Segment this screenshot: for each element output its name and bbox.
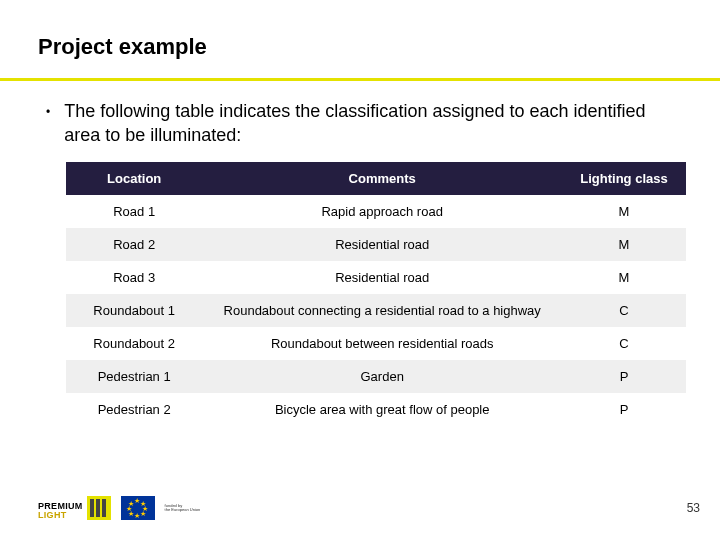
- bullet-dot: •: [46, 106, 50, 118]
- table-row: Road 1 Rapid approach road M: [66, 195, 686, 228]
- divider: [0, 78, 720, 81]
- cell-comments: Bicycle area with great flow of people: [202, 393, 562, 426]
- footer: PREMIUM LIGHT funded by the European Uni…: [38, 496, 700, 520]
- bullet-text: The following table indicates the classi…: [64, 99, 682, 148]
- cell-class: C: [562, 327, 686, 360]
- table-row: Pedestrian 2 Bicycle area with great flo…: [66, 393, 686, 426]
- cell-location: Roundabout 2: [66, 327, 202, 360]
- cell-class: C: [562, 294, 686, 327]
- logo-line2: LIGHT: [38, 511, 83, 520]
- cell-comments: Residential road: [202, 228, 562, 261]
- table-row: Pedestrian 1 Garden P: [66, 360, 686, 393]
- premium-light-logo-text: PREMIUM LIGHT: [38, 502, 83, 520]
- cell-comments: Roundabout between residential roads: [202, 327, 562, 360]
- cell-comments: Rapid approach road: [202, 195, 562, 228]
- eu-flag-icon: [121, 496, 155, 520]
- table-row: Road 2 Residential road M: [66, 228, 686, 261]
- cell-comments: Garden: [202, 360, 562, 393]
- logo-group: PREMIUM LIGHT funded by the European Uni…: [38, 496, 200, 520]
- page-title: Project example: [38, 34, 682, 60]
- cell-location: Pedestrian 2: [66, 393, 202, 426]
- cell-class: P: [562, 393, 686, 426]
- th-comments: Comments: [202, 162, 562, 195]
- funded-by-text: funded by the European Union: [165, 504, 201, 513]
- page-number: 53: [687, 501, 700, 515]
- th-location: Location: [66, 162, 202, 195]
- table-header-row: Location Comments Lighting class: [66, 162, 686, 195]
- cell-class: M: [562, 261, 686, 294]
- table-row: Roundabout 2 Roundabout between resident…: [66, 327, 686, 360]
- cell-class: M: [562, 195, 686, 228]
- cell-location: Road 3: [66, 261, 202, 294]
- table-row: Road 3 Residential road M: [66, 261, 686, 294]
- funded-line2: the European Union: [165, 508, 201, 512]
- cell-comments: Roundabout connecting a residential road…: [202, 294, 562, 327]
- cell-location: Pedestrian 1: [66, 360, 202, 393]
- cell-location: Road 1: [66, 195, 202, 228]
- table-row: Roundabout 1 Roundabout connecting a res…: [66, 294, 686, 327]
- th-class: Lighting class: [562, 162, 686, 195]
- cell-class: P: [562, 360, 686, 393]
- cell-class: M: [562, 228, 686, 261]
- slide: Project example • The following table in…: [0, 0, 720, 540]
- bullet-item: • The following table indicates the clas…: [38, 99, 682, 148]
- cell-location: Roundabout 1: [66, 294, 202, 327]
- classification-table: Location Comments Lighting class Road 1 …: [66, 162, 686, 426]
- premium-light-icon: [87, 496, 111, 520]
- premium-light-logo: PREMIUM LIGHT: [38, 496, 111, 520]
- cell-location: Road 2: [66, 228, 202, 261]
- cell-comments: Residential road: [202, 261, 562, 294]
